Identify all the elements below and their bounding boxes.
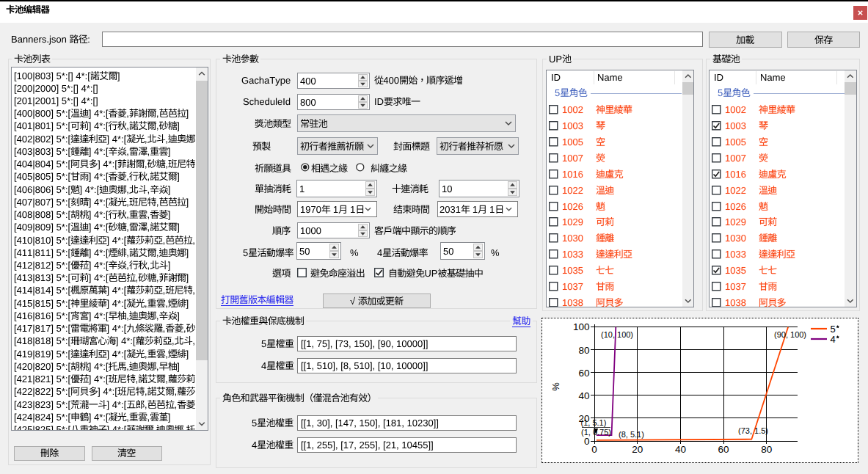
svg-text:(8, 5.1): (8, 5.1) bbox=[619, 430, 644, 439]
svg-text:0: 0 bbox=[591, 444, 597, 455]
svg-text:(90, 100): (90, 100) bbox=[774, 330, 806, 339]
svg-text:20: 20 bbox=[632, 444, 643, 455]
svg-text:5: 5 bbox=[831, 324, 836, 335]
svg-text:40: 40 bbox=[578, 390, 589, 401]
svg-text:(73, 1.5): (73, 1.5) bbox=[738, 426, 768, 435]
svg-text:4: 4 bbox=[831, 334, 836, 345]
svg-text:0: 0 bbox=[584, 436, 590, 447]
svg-text:60: 60 bbox=[578, 368, 589, 379]
svg-text:(10, 100): (10, 100) bbox=[601, 330, 633, 339]
svg-text:60: 60 bbox=[718, 444, 729, 455]
svg-text:%: % bbox=[550, 382, 561, 391]
svg-text:80: 80 bbox=[578, 345, 589, 356]
svg-text:80: 80 bbox=[761, 444, 772, 455]
svg-text:40: 40 bbox=[675, 444, 686, 455]
svg-text:(1, 5.1): (1, 5.1) bbox=[581, 418, 607, 427]
svg-text:100: 100 bbox=[573, 321, 590, 332]
